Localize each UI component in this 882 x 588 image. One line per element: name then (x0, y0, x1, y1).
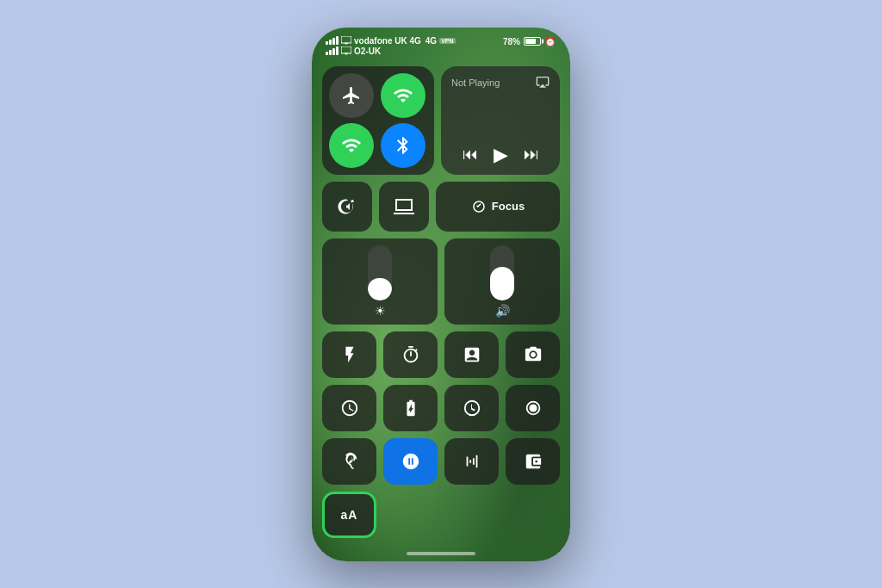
brightness-icon: ☀ (375, 304, 386, 318)
volume-icon: 🔊 (495, 304, 510, 318)
svg-rect-0 (341, 36, 351, 43)
brightness-slider[interactable]: ☀ (322, 238, 438, 325)
bar2 (329, 50, 332, 55)
brightness-track (368, 245, 392, 300)
focus-label: Focus (492, 200, 525, 213)
top-row: Not Playing ⏮ ▶ ⏭ (322, 66, 560, 175)
media-controls: ⏮ ▶ ⏭ (451, 144, 550, 166)
bar3 (332, 38, 335, 45)
control-center: Not Playing ⏮ ▶ ⏭ (312, 59, 570, 552)
screen-record-button[interactable] (506, 385, 560, 431)
bluetooth-button[interactable] (381, 123, 425, 168)
wifi-button[interactable] (329, 123, 374, 168)
bar1 (326, 41, 328, 45)
bar1 (326, 52, 328, 55)
volume-fill (490, 267, 514, 300)
connectivity-block (322, 66, 434, 175)
battery-fill (525, 39, 536, 44)
media-top: Not Playing (451, 75, 550, 91)
quick-actions-row (322, 331, 560, 378)
bar4 (336, 46, 339, 55)
watchface-button[interactable] (444, 385, 499, 431)
svg-rect-3 (341, 46, 351, 53)
screen-icon (341, 36, 351, 45)
text-size-label: aA (341, 508, 358, 522)
bar2 (329, 40, 332, 45)
clock-button[interactable] (322, 385, 376, 431)
airplane-mode-button[interactable] (329, 73, 374, 118)
volume-track (490, 245, 514, 300)
fast-forward-button[interactable]: ⏭ (524, 145, 539, 164)
camera-button[interactable] (506, 331, 560, 378)
carrier1-row: vodafone UK 4G 4G VPN (326, 36, 456, 46)
second-row: Focus (322, 182, 560, 232)
vpn-badge: VPN (439, 38, 455, 44)
timer-button[interactable] (383, 331, 438, 378)
network-type: 4G (425, 36, 437, 46)
shazam-button[interactable] (383, 438, 438, 485)
screen-icon2 (341, 46, 351, 55)
focus-button[interactable]: Focus (436, 182, 560, 232)
text-size-button[interactable]: aA (322, 492, 376, 538)
signal-bars-1 (326, 36, 339, 45)
bar3 (332, 48, 335, 55)
hearing-button[interactable] (322, 438, 376, 485)
media-block: Not Playing ⏮ ▶ ⏭ (441, 66, 560, 175)
not-playing-label: Not Playing (451, 77, 500, 88)
rewind-button[interactable]: ⏮ (463, 145, 478, 164)
content: vodafone UK 4G 4G VPN O2-UK 78% (312, 28, 570, 561)
quick-actions-row2 (322, 385, 560, 431)
rotation-lock-button[interactable] (322, 182, 372, 232)
quick-actions-row3 (322, 438, 560, 485)
volume-slider[interactable]: 🔊 (444, 238, 560, 325)
home-bar (407, 552, 475, 555)
signal-bars-2 (326, 46, 339, 55)
carrier2-label: O2-UK (354, 46, 381, 56)
alarm-icon: ⏰ (544, 36, 556, 47)
status-left: vodafone UK 4G 4G VPN O2-UK (326, 36, 456, 56)
sliders-row: ☀ 🔊 (322, 238, 560, 325)
phone-frame: vodafone UK 4G 4G VPN O2-UK 78% (312, 28, 570, 561)
calculator-button[interactable] (444, 331, 499, 378)
home-indicator (312, 552, 570, 561)
status-bar: vodafone UK 4G 4G VPN O2-UK 78% (312, 28, 570, 59)
brightness-fill (368, 278, 392, 300)
battery-icon (524, 37, 541, 46)
screen-mirroring-button[interactable] (379, 182, 429, 232)
cellular-button[interactable] (381, 73, 425, 118)
carrier2-row: O2-UK (326, 46, 456, 56)
flashlight-button[interactable] (322, 331, 376, 378)
status-right: 78% ⏰ (503, 36, 556, 47)
text-display-row: aA (322, 492, 560, 538)
bar4 (336, 36, 339, 45)
sound-recognition-button[interactable] (444, 438, 499, 485)
carrier1-label: vodafone UK 4G (354, 36, 421, 46)
battery-percent: 78% (503, 37, 520, 46)
svg-point-8 (529, 404, 537, 412)
battery-button[interactable] (383, 385, 438, 431)
airplay-icon[interactable] (536, 75, 550, 91)
play-button[interactable]: ▶ (494, 144, 508, 166)
wallet-button[interactable] (506, 438, 560, 485)
